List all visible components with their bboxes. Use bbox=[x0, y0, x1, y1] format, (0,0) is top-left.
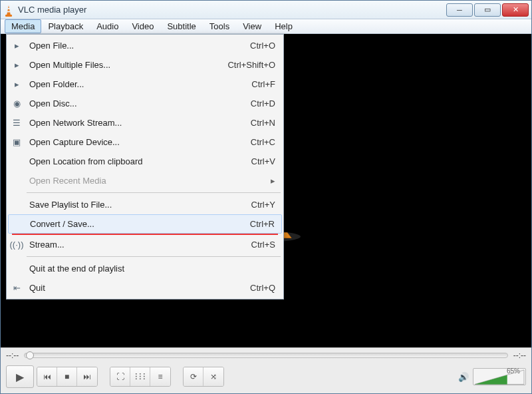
window-controls: ─ ▭ ✕ bbox=[445, 3, 529, 17]
menu-open-location-clipboard[interactable]: Open Location from clipboard Ctrl+V bbox=[8, 152, 282, 171]
transport-group: ⏮ ■ ⏭ bbox=[37, 367, 98, 387]
speaker-icon[interactable]: 🔊 bbox=[458, 372, 469, 382]
files-icon: ▸ bbox=[9, 60, 24, 70]
menu-separator bbox=[27, 192, 281, 193]
menu-quit-end-playlist[interactable]: Quit at the end of playlist bbox=[8, 259, 282, 278]
time-elapsed: --:-- bbox=[6, 351, 19, 360]
close-button[interactable]: ✕ bbox=[502, 3, 529, 17]
menu-open-file[interactable]: ▸ Open File... Ctrl+O bbox=[8, 36, 282, 55]
shuffle-button[interactable]: ⤨ bbox=[203, 367, 223, 386]
prev-button[interactable]: ⏮ bbox=[37, 367, 57, 386]
menubar: Media Playback Audio Video Subtitle Tool… bbox=[1, 19, 531, 34]
titlebar: VLC media player ─ ▭ ✕ bbox=[1, 1, 531, 19]
svg-rect-3 bbox=[5, 15, 12, 17]
menu-open-recent-media[interactable]: Open Recent Media bbox=[8, 171, 282, 190]
fullscreen-button[interactable]: ⛶ bbox=[110, 367, 130, 386]
extended-settings-button[interactable]: ᎒᎒᎒ bbox=[130, 367, 150, 386]
time-total: --:-- bbox=[513, 351, 526, 360]
menu-audio[interactable]: Audio bbox=[90, 19, 125, 33]
volume-control: 🔊 65% bbox=[458, 368, 526, 385]
stop-button[interactable]: ■ bbox=[57, 367, 77, 386]
menu-open-multiple-files[interactable]: ▸ Open Multiple Files... Ctrl+Shift+O bbox=[8, 55, 282, 75]
loop-button[interactable]: ⟳ bbox=[184, 367, 203, 386]
svg-rect-1 bbox=[7, 8, 10, 9]
menu-open-network-stream[interactable]: ☰ Open Network Stream... Ctrl+N bbox=[8, 113, 282, 132]
menu-video[interactable]: Video bbox=[125, 19, 160, 33]
menu-open-capture-device[interactable]: ▣ Open Capture Device... Ctrl+C bbox=[8, 132, 282, 152]
svg-marker-0 bbox=[7, 5, 11, 15]
button-row: ▶ ⏮ ■ ⏭ ⛶ ᎒᎒᎒ ≡ ⟳ ⤨ 🔊 65% bbox=[1, 363, 531, 393]
volume-slider[interactable]: 65% bbox=[473, 368, 526, 385]
folder-icon: ▸ bbox=[9, 79, 24, 89]
view-group: ⛶ ᎒᎒᎒ ≡ bbox=[110, 367, 171, 387]
disc-icon: ◉ bbox=[9, 98, 24, 108]
mode-group: ⟳ ⤨ bbox=[183, 367, 224, 387]
quit-icon: ⇤ bbox=[9, 283, 24, 293]
stream-icon: ((·)) bbox=[9, 240, 24, 250]
vlc-cone-icon bbox=[3, 5, 14, 15]
maximize-button[interactable]: ▭ bbox=[474, 3, 501, 17]
menu-media[interactable]: Media bbox=[5, 19, 41, 33]
svg-rect-2 bbox=[7, 11, 10, 12]
window-title: VLC media player bbox=[18, 5, 445, 15]
seek-row: --:-- --:-- bbox=[1, 348, 531, 363]
minimize-button[interactable]: ─ bbox=[446, 3, 473, 17]
controls-area: --:-- --:-- ▶ ⏮ ■ ⏭ ⛶ ᎒᎒᎒ ≡ ⟳ ⤨ bbox=[1, 347, 531, 393]
vlc-window: VLC media player ─ ▭ ✕ Media Playback Au… bbox=[0, 0, 532, 394]
menu-open-disc[interactable]: ◉ Open Disc... Ctrl+D bbox=[8, 94, 282, 113]
network-icon: ☰ bbox=[9, 118, 24, 128]
media-dropdown: ▸ Open File... Ctrl+O ▸ Open Multiple Fi… bbox=[6, 34, 284, 299]
menu-open-folder[interactable]: ▸ Open Folder... Ctrl+F bbox=[8, 75, 282, 94]
menu-subtitle[interactable]: Subtitle bbox=[160, 19, 202, 33]
menu-convert-save[interactable]: Convert / Save... Ctrl+R bbox=[8, 214, 282, 234]
menu-separator bbox=[27, 256, 281, 257]
menu-help[interactable]: Help bbox=[268, 19, 299, 33]
menu-stream[interactable]: ((·)) Stream... Ctrl+S bbox=[8, 235, 282, 254]
file-icon: ▸ bbox=[9, 41, 24, 51]
menu-view[interactable]: View bbox=[236, 19, 268, 33]
seek-thumb[interactable] bbox=[26, 351, 34, 359]
menu-playback[interactable]: Playback bbox=[41, 19, 90, 33]
capture-icon: ▣ bbox=[9, 137, 24, 147]
menu-tools[interactable]: Tools bbox=[203, 19, 236, 33]
seek-slider[interactable] bbox=[24, 353, 507, 358]
next-button[interactable]: ⏭ bbox=[77, 367, 97, 386]
menu-save-playlist[interactable]: Save Playlist to File... Ctrl+Y bbox=[8, 195, 282, 214]
menu-quit[interactable]: ⇤ Quit Ctrl+Q bbox=[8, 278, 282, 297]
play-button[interactable]: ▶ bbox=[6, 365, 34, 388]
playlist-button[interactable]: ≡ bbox=[150, 367, 170, 386]
